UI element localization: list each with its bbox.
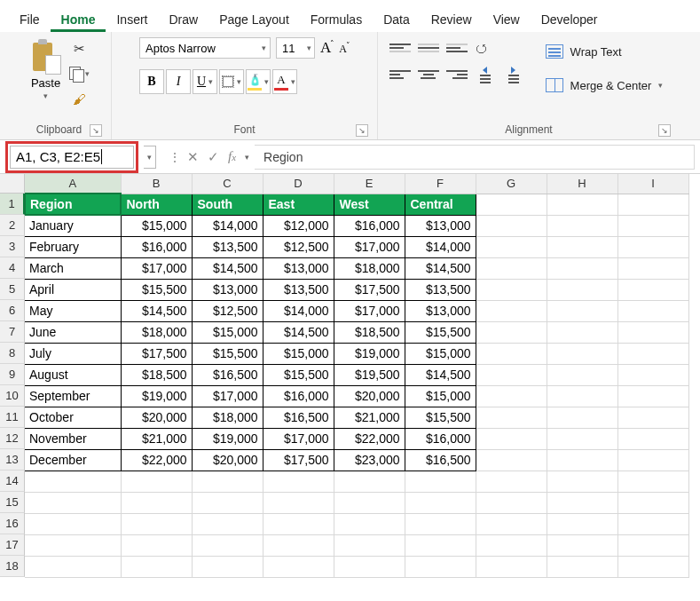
cell[interactable]: [547, 449, 617, 471]
increase-indent-button[interactable]: [503, 66, 524, 83]
cancel-formula-button[interactable]: ✕: [187, 149, 199, 165]
copy-button[interactable]: ▾: [68, 64, 91, 83]
cell[interactable]: [25, 471, 121, 492]
cell[interactable]: [476, 513, 547, 534]
tab-view[interactable]: View: [483, 5, 531, 32]
cell[interactable]: $15,000: [263, 343, 334, 364]
borders-button[interactable]: ▾: [219, 69, 244, 94]
cell[interactable]: $22,000: [334, 428, 405, 449]
row-header[interactable]: 1: [0, 194, 25, 215]
name-box-dropdown[interactable]: ▾: [144, 146, 156, 169]
cell[interactable]: [405, 492, 476, 513]
cell[interactable]: [405, 513, 476, 534]
cell[interactable]: [476, 364, 547, 385]
row-header[interactable]: 13: [0, 449, 25, 471]
cell[interactable]: [617, 194, 688, 215]
cell[interactable]: June: [25, 321, 121, 343]
tab-formulas[interactable]: Formulas: [300, 5, 373, 32]
cell[interactable]: [263, 556, 334, 577]
row-header[interactable]: 15: [0, 492, 25, 513]
cell[interactable]: [334, 556, 405, 577]
row-header[interactable]: 16: [0, 513, 25, 534]
cell[interactable]: [121, 471, 192, 492]
row-header[interactable]: 2: [0, 215, 25, 236]
cell[interactable]: [547, 428, 617, 449]
column-header[interactable]: E: [334, 174, 405, 194]
cell[interactable]: $19,000: [334, 343, 405, 364]
cell[interactable]: March: [25, 257, 121, 279]
cell[interactable]: $18,000: [192, 407, 263, 428]
cell[interactable]: $22,000: [121, 449, 192, 471]
cell[interactable]: [121, 534, 192, 556]
cell[interactable]: $19,000: [121, 385, 192, 407]
cell[interactable]: [476, 449, 547, 471]
row-header[interactable]: 5: [0, 279, 25, 300]
cell[interactable]: [617, 492, 688, 513]
cell[interactable]: [476, 279, 547, 300]
row-header[interactable]: 3: [0, 236, 25, 257]
cell[interactable]: [263, 492, 334, 513]
cell[interactable]: [617, 215, 688, 236]
row-header[interactable]: 8: [0, 343, 25, 364]
cell[interactable]: April: [25, 279, 121, 300]
align-top-button[interactable]: [389, 39, 411, 57]
font-name-select[interactable]: Aptos Narrow ▾: [139, 37, 271, 59]
cell[interactable]: $14,500: [405, 257, 476, 279]
cell[interactable]: South: [192, 194, 263, 215]
cell[interactable]: $12,500: [192, 300, 263, 321]
align-center-button[interactable]: [418, 66, 439, 83]
cell[interactable]: $13,000: [263, 257, 334, 279]
cell[interactable]: $19,500: [334, 364, 405, 385]
cell[interactable]: [476, 215, 547, 236]
row-header[interactable]: 4: [0, 257, 25, 279]
cell[interactable]: [547, 343, 617, 364]
cell[interactable]: $14,500: [263, 321, 334, 343]
cell[interactable]: $15,000: [405, 385, 476, 407]
cell[interactable]: [547, 492, 617, 513]
cell[interactable]: [617, 236, 688, 257]
cell[interactable]: $12,000: [263, 215, 334, 236]
decrease-font-size-button[interactable]: A˅: [339, 41, 350, 56]
insert-function-button[interactable]: fx: [228, 149, 236, 164]
cell[interactable]: $20,000: [334, 385, 405, 407]
cell[interactable]: [476, 492, 547, 513]
cell[interactable]: $15,500: [263, 364, 334, 385]
dialog-launcher-icon[interactable]: ↘: [658, 124, 671, 137]
cell[interactable]: [617, 449, 688, 471]
cell[interactable]: May: [25, 300, 121, 321]
tab-insert[interactable]: Insert: [106, 5, 158, 32]
cell[interactable]: [547, 534, 617, 556]
cell[interactable]: [25, 513, 121, 534]
column-header[interactable]: D: [263, 174, 334, 194]
cell[interactable]: $17,500: [334, 279, 405, 300]
cell[interactable]: [25, 556, 121, 577]
merge-center-button[interactable]: Merge & Center ▾: [540, 73, 669, 98]
cell[interactable]: $20,000: [121, 407, 192, 428]
row-header[interactable]: 11: [0, 407, 25, 428]
cell[interactable]: North: [121, 194, 192, 215]
cell[interactable]: $14,500: [192, 257, 263, 279]
cell[interactable]: September: [25, 385, 121, 407]
cell[interactable]: $16,000: [121, 236, 192, 257]
cell[interactable]: [121, 513, 192, 534]
cell[interactable]: $12,500: [263, 236, 334, 257]
cell[interactable]: $16,000: [405, 428, 476, 449]
fill-color-button[interactable]: 🧴 ▾: [246, 69, 271, 94]
cell[interactable]: [547, 194, 617, 215]
cell[interactable]: [192, 492, 263, 513]
cell[interactable]: $21,000: [334, 407, 405, 428]
chevron-down-icon[interactable]: ▾: [245, 153, 249, 162]
cell[interactable]: [617, 257, 688, 279]
align-middle-button[interactable]: [418, 39, 439, 57]
cell[interactable]: $13,500: [263, 279, 334, 300]
cell[interactable]: $15,000: [192, 321, 263, 343]
cell[interactable]: [476, 556, 547, 577]
cell[interactable]: $17,000: [263, 428, 334, 449]
cell[interactable]: [476, 385, 547, 407]
cell[interactable]: [547, 300, 617, 321]
cell[interactable]: [547, 236, 617, 257]
column-header[interactable]: C: [192, 174, 263, 194]
cell[interactable]: [121, 492, 192, 513]
cell[interactable]: $14,500: [405, 364, 476, 385]
select-all-corner[interactable]: [0, 174, 25, 194]
